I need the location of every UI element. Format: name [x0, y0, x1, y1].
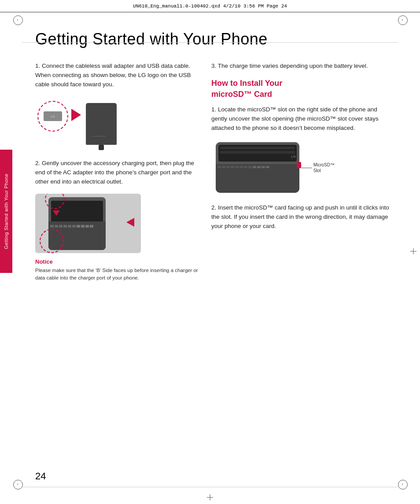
adapter-prong	[99, 145, 104, 150]
top-rule	[22, 42, 398, 43]
microsd-label-row: MicroSD™ Slot	[301, 162, 335, 173]
header-text: UN610_Eng_manual1.0-100402.qxd 4/2/10 3:…	[133, 4, 287, 9]
key	[59, 225, 63, 228]
section-heading-line2: microSD™ Card	[211, 90, 272, 99]
phone-display	[218, 145, 297, 162]
phone-charging-image	[35, 194, 141, 253]
key-m	[217, 166, 221, 168]
main-content: Getting Started with Your Phone 1. Conne…	[0, 12, 420, 504]
usb-connection-image	[35, 96, 141, 154]
step-2-text: 2. Gently uncover the accessory charging…	[35, 159, 198, 187]
key-m	[266, 166, 269, 168]
keyboard-keys	[48, 223, 106, 229]
microsd-step-2-text: 2. Insert the microSD™ card facing up an…	[211, 203, 394, 231]
two-column-layout: 1. Connect the cableless wall adapter an…	[35, 62, 394, 282]
microsd-label-text: MicroSD™ Slot	[313, 162, 335, 173]
notice-box: Notice Please make sure that the ‘B’ Sid…	[35, 258, 198, 282]
microsd-slot-label: MicroSD™ Slot	[301, 162, 335, 173]
lg-logo: LG	[291, 155, 296, 158]
key	[81, 225, 85, 228]
col-left: 1. Connect the cableless wall adapter an…	[35, 62, 198, 282]
key-m	[253, 166, 256, 168]
microsd-label-line1: MicroSD™	[313, 162, 335, 167]
key-m	[244, 166, 247, 168]
key	[50, 225, 54, 228]
col-right: 3. The charge time varies depending upon…	[211, 62, 394, 282]
bottom-rule	[22, 487, 398, 487]
notice-title: Notice	[35, 258, 198, 265]
charger-arrow	[126, 218, 134, 227]
page-number: 24	[35, 471, 46, 482]
usb-dashed-circle	[37, 101, 68, 132]
microsd-slot-highlight	[297, 162, 301, 168]
step-1-text: 1. Connect the cableless wall adapter an…	[35, 62, 198, 89]
display-line2	[220, 151, 295, 154]
key-m	[235, 166, 239, 168]
key-m	[226, 166, 230, 168]
page-title: Getting Started with Your Phone	[35, 30, 394, 48]
key-m	[222, 166, 225, 168]
phone-top	[216, 142, 299, 164]
phone-keyboard-microsd	[216, 164, 299, 193]
section-heading-line1: How to Install Your	[211, 79, 282, 88]
microsd-step-1-text: 1. Locate the microSD™ slot on the right…	[211, 105, 394, 133]
charger-dashed-circle	[40, 229, 64, 253]
down-arrow	[53, 210, 60, 216]
header-bar: UN610_Eng_manual1.0-100402.qxd 4/2/10 3:…	[0, 0, 420, 12]
key-m	[257, 166, 261, 168]
key	[63, 225, 67, 228]
key-m	[248, 166, 252, 168]
step-3-text: 3. The charge time varies depending upon…	[211, 62, 394, 71]
display-line	[220, 147, 295, 149]
key	[77, 225, 80, 228]
key	[90, 225, 93, 228]
keyboard-keys-microsd	[217, 166, 298, 168]
usb-plug	[44, 111, 62, 121]
key-m	[239, 166, 243, 168]
key-m	[231, 166, 234, 168]
key	[85, 225, 89, 228]
usb-arrow	[71, 109, 81, 121]
wall-adapter	[86, 103, 117, 145]
key	[72, 225, 76, 228]
section-heading: How to Install Your microSD™ Card	[211, 78, 394, 100]
microsd-label-line2: Slot	[313, 168, 321, 173]
adapter-line	[92, 136, 106, 136]
notice-text: Please make sure that the ‘B’ Side faces…	[35, 267, 198, 282]
phone-body-microsd: LG	[216, 142, 299, 193]
key-m	[262, 166, 265, 168]
key	[55, 225, 58, 228]
label-line	[301, 168, 312, 168]
key	[68, 225, 71, 228]
microsd-phone-image: LG MicroSD™ Slot	[211, 140, 335, 197]
